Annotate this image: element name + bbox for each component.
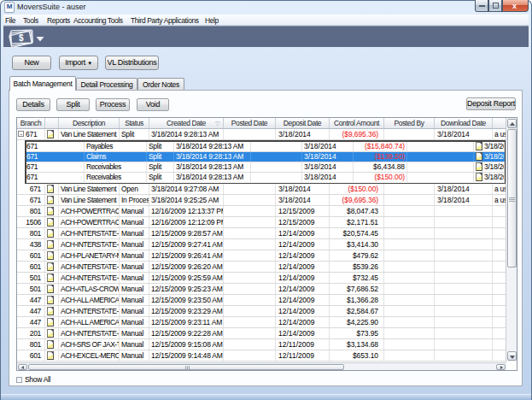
svg-text:$: $ [19, 33, 24, 43]
